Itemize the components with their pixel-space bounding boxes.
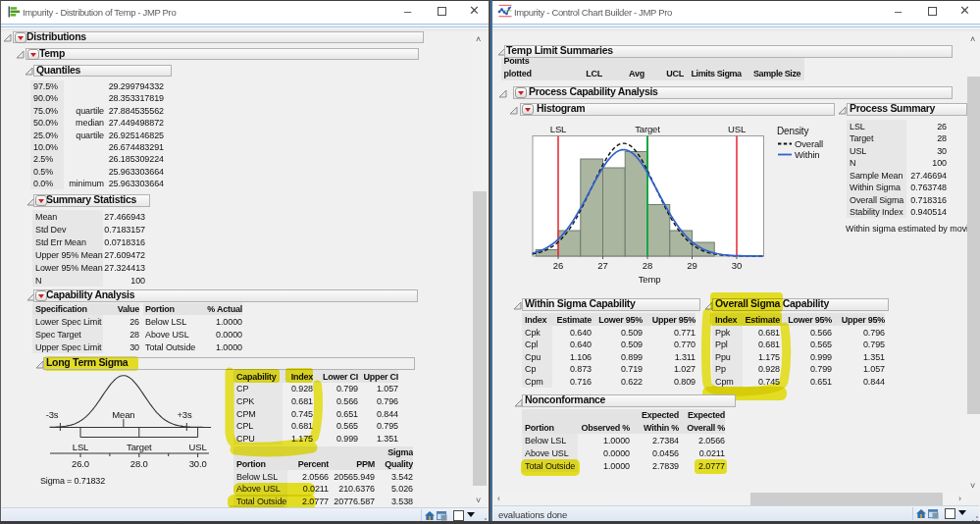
svg-text:30: 30	[732, 260, 742, 271]
svg-text:Mean: Mean	[112, 409, 134, 420]
svg-text:LSL: LSL	[73, 442, 88, 452]
svg-text:30.0: 30.0	[189, 458, 207, 469]
svg-text:LSL: LSL	[550, 124, 566, 134]
svg-text:Target: Target	[127, 442, 152, 452]
svg-text:28: 28	[643, 260, 652, 271]
svg-text:Target: Target	[635, 124, 660, 134]
svg-text:Temp: Temp	[639, 274, 661, 285]
svg-text:USL: USL	[189, 442, 207, 452]
svg-text:28.0: 28.0	[130, 458, 148, 469]
svg-text:USL: USL	[728, 124, 746, 134]
svg-text:-3s: -3s	[46, 409, 59, 420]
svg-text:27: 27	[597, 260, 607, 271]
svg-text:26.0: 26.0	[72, 458, 89, 469]
svg-text:26: 26	[553, 260, 563, 271]
svg-text:29: 29	[687, 260, 696, 271]
svg-text:+3s: +3s	[177, 409, 192, 420]
